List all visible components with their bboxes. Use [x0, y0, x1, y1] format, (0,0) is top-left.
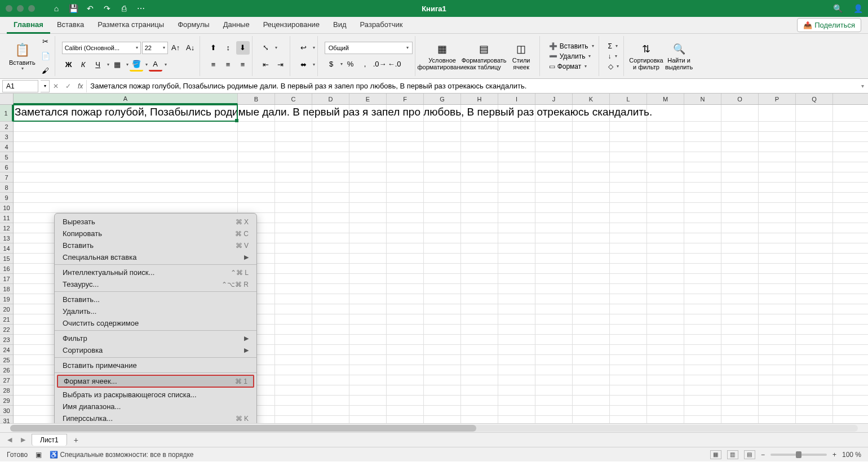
- column-header-A[interactable]: A: [14, 94, 238, 104]
- cm-clear[interactable]: Очистить содержимое: [55, 317, 256, 331]
- row-header-11[interactable]: 11: [0, 213, 13, 223]
- tab-view[interactable]: Вид: [326, 17, 353, 34]
- zoom-thumb[interactable]: [796, 451, 801, 458]
- font-color-icon[interactable]: A: [149, 58, 162, 72]
- fx-icon[interactable]: fx: [74, 82, 86, 90]
- tab-developer[interactable]: Разработчик: [353, 17, 410, 34]
- align-left-icon[interactable]: ≡: [207, 58, 220, 72]
- row-header-16[interactable]: 16: [0, 264, 13, 274]
- view-page-layout-icon[interactable]: ▥: [727, 450, 738, 459]
- format-painter-icon[interactable]: 🖌: [39, 64, 52, 78]
- print-icon[interactable]: ⎙: [119, 4, 129, 13]
- underline-button[interactable]: Ч: [91, 58, 105, 72]
- copy-icon[interactable]: 📄: [39, 50, 52, 63]
- view-normal-icon[interactable]: ▦: [710, 450, 721, 459]
- insert-cells-button[interactable]: ➕Вставить▾: [547, 42, 596, 51]
- column-header-F[interactable]: F: [387, 94, 424, 104]
- row-header-26[interactable]: 26: [0, 365, 13, 375]
- cm-copy[interactable]: Копировать⌘ C: [55, 228, 256, 239]
- close-window-button[interactable]: [6, 5, 12, 12]
- column-header-K[interactable]: K: [573, 94, 610, 104]
- horizontal-scrollbar[interactable]: [0, 423, 868, 432]
- column-header-G[interactable]: G: [424, 94, 461, 104]
- row-header-10[interactable]: 10: [0, 203, 13, 213]
- increase-decimal-icon[interactable]: .0→: [373, 57, 387, 71]
- align-right-icon[interactable]: ≡: [236, 58, 250, 72]
- undo-icon[interactable]: ↶: [86, 4, 95, 13]
- redo-icon[interactable]: ↷: [103, 4, 112, 13]
- row-header-18[interactable]: 18: [0, 284, 13, 294]
- row-header-13[interactable]: 13: [0, 233, 13, 243]
- row-header-31[interactable]: 31: [0, 416, 13, 423]
- zoom-in-button[interactable]: +: [832, 451, 836, 459]
- row-header-8[interactable]: 8: [0, 183, 13, 193]
- row-header-14[interactable]: 14: [0, 243, 13, 254]
- row-header-21[interactable]: 21: [0, 314, 13, 325]
- wrap-text-icon[interactable]: ↩: [297, 41, 311, 55]
- expand-formula-bar-icon[interactable]: ▾: [857, 83, 868, 89]
- column-header-Q[interactable]: Q: [796, 94, 833, 104]
- find-select-button[interactable]: 🔍Найти и выделить: [663, 40, 695, 73]
- align-center-icon[interactable]: ≡: [222, 58, 235, 72]
- minimize-window-button[interactable]: [17, 5, 24, 12]
- tab-page-layout[interactable]: Разметка страницы: [91, 17, 171, 34]
- comma-icon[interactable]: ,: [358, 57, 372, 71]
- row-header-12[interactable]: 12: [0, 223, 13, 233]
- row-header-29[interactable]: 29: [0, 396, 13, 406]
- fill-button[interactable]: ↓▾: [606, 52, 621, 61]
- view-page-break-icon[interactable]: ▤: [744, 450, 755, 459]
- tab-home[interactable]: Главная: [7, 17, 50, 34]
- row-header-24[interactable]: 24: [0, 345, 13, 355]
- row-header-28[interactable]: 28: [0, 385, 13, 396]
- increase-indent-icon[interactable]: ⇥: [274, 58, 287, 72]
- row-header-7[interactable]: 7: [0, 172, 13, 183]
- user-icon[interactable]: 👤: [853, 4, 862, 13]
- column-header-B[interactable]: B: [238, 94, 275, 104]
- align-top-icon[interactable]: ⬆: [207, 41, 220, 55]
- cm-format-cells[interactable]: Формат ячеек...⌘ 1: [57, 375, 254, 388]
- sheet-nav-prev-icon[interactable]: ◀: [5, 435, 15, 445]
- clear-button[interactable]: ◇▾: [606, 62, 621, 71]
- cm-delete[interactable]: Удалить...: [55, 305, 256, 317]
- share-button[interactable]: 📤 Поделиться: [797, 18, 861, 32]
- tab-review[interactable]: Рецензирование: [256, 17, 326, 34]
- row-header-3[interactable]: 3: [0, 132, 13, 142]
- row-header-25[interactable]: 25: [0, 355, 13, 365]
- column-header-P[interactable]: P: [759, 94, 796, 104]
- row-header-19[interactable]: 19: [0, 294, 13, 304]
- home-icon[interactable]: ⌂: [52, 4, 61, 13]
- maximize-window-button[interactable]: [28, 5, 35, 12]
- row-header-15[interactable]: 15: [0, 254, 13, 264]
- name-box[interactable]: A1: [2, 80, 38, 92]
- column-header-N[interactable]: N: [684, 94, 721, 104]
- row-header-30[interactable]: 30: [0, 406, 13, 416]
- bold-button[interactable]: Ж: [62, 58, 76, 72]
- decrease-indent-icon[interactable]: ⇤: [259, 58, 273, 72]
- select-all-corner[interactable]: [0, 94, 14, 104]
- sheet-nav-next-icon[interactable]: ▶: [18, 435, 28, 445]
- zoom-out-button[interactable]: −: [761, 451, 765, 459]
- cut-icon[interactable]: ✂: [39, 35, 52, 48]
- increase-font-icon[interactable]: A↑: [169, 41, 183, 55]
- column-header-E[interactable]: E: [349, 94, 387, 104]
- cm-smart-lookup[interactable]: Интеллектуальный поиск...⌃⌘ L: [55, 267, 256, 278]
- delete-cells-button[interactable]: ➖Удалить▾: [547, 52, 596, 61]
- cancel-formula-icon[interactable]: ✕: [50, 80, 62, 92]
- cm-sort[interactable]: Сортировка▶: [55, 344, 256, 358]
- autosum-button[interactable]: Σ▾: [606, 42, 621, 51]
- more-icon[interactable]: ⋯: [136, 4, 145, 13]
- accessibility-status[interactable]: ♿ Специальные возможности: все в порядке: [50, 451, 193, 459]
- row-header-5[interactable]: 5: [0, 152, 13, 162]
- tab-formulas[interactable]: Формулы: [171, 17, 216, 34]
- add-sheet-button[interactable]: +: [70, 434, 82, 446]
- zoom-level[interactable]: 100 %: [842, 451, 861, 459]
- column-header-H[interactable]: H: [461, 94, 498, 104]
- row-header-27[interactable]: 27: [0, 375, 13, 385]
- column-header-I[interactable]: I: [498, 94, 535, 104]
- row-header-4[interactable]: 4: [0, 142, 13, 152]
- cm-comment[interactable]: Вставить примечание: [55, 359, 256, 373]
- italic-button[interactable]: К: [77, 58, 90, 72]
- decrease-font-icon[interactable]: A↓: [184, 41, 197, 55]
- paste-button[interactable]: 📋 Вставить ▾: [7, 41, 38, 71]
- percent-icon[interactable]: %: [344, 57, 357, 71]
